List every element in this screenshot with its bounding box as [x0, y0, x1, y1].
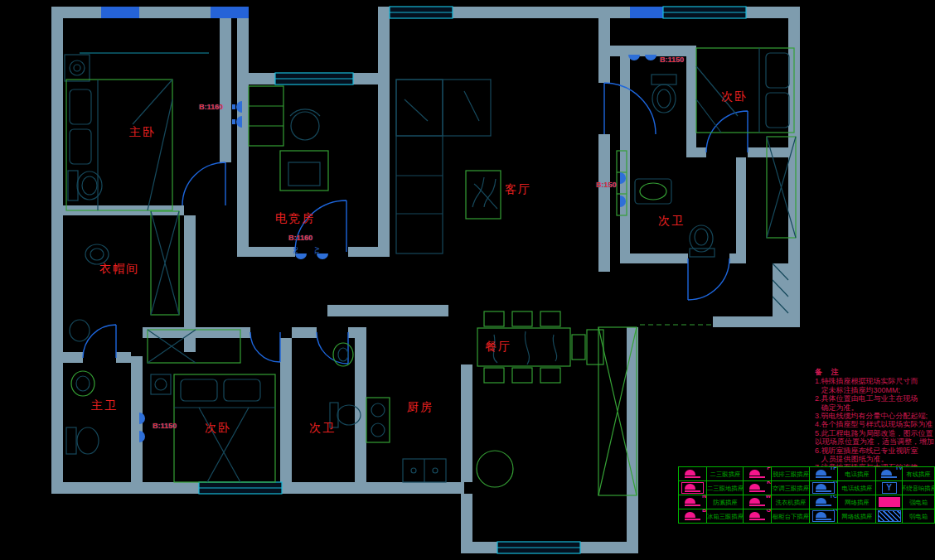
legend-label: 空调三眼插座 — [772, 484, 808, 492]
legend-label: 网络插座 — [845, 498, 869, 506]
washer-socket-icon: W — [749, 498, 765, 506]
note-line: 定未标注插座均300MM; — [815, 386, 935, 394]
phone-line-socket-icon: TP — [812, 482, 835, 494]
cable-tv-socket-icon: TV — [881, 470, 897, 478]
splash-proof-socket-icon: N — [685, 498, 700, 506]
gaming-room-furniture — [249, 86, 328, 191]
legend-label: 强电箱 — [909, 498, 928, 506]
surround-sound-icon: Y — [882, 482, 897, 494]
phone-socket-icon: TP — [816, 470, 831, 478]
legend-label: 弱电箱 — [909, 512, 928, 520]
under-counter-socket-icon: G — [749, 512, 765, 520]
strong-current-box-icon — [879, 497, 900, 507]
range-hood-socket-icon: P — [749, 470, 765, 478]
socket-height-annotation: B:1160 — [288, 234, 312, 242]
legend-label: 电话线插座 — [841, 484, 872, 492]
room-label-second-bath-top: 次卫 — [658, 214, 685, 229]
legend-table: 二三眼插座 P 脱排三眼插座 TP 电话插座 TV 有线插座 二三眼地插座 K … — [678, 466, 935, 524]
legend-label: 脱排三眼插座 — [772, 470, 808, 478]
note-line: 3.弱电线缆均有分量中心分配起端; — [815, 412, 935, 420]
network-socket-icon: TC — [816, 498, 831, 506]
kitchen-furniture — [366, 398, 513, 487]
room-label-second-bedroom-top: 次卧 — [721, 89, 748, 104]
room-label-kitchen: 厨房 — [407, 400, 434, 415]
socket-icon — [685, 470, 700, 478]
note-line: 确定为准。 — [815, 403, 935, 412]
room-label-gaming-room: 电竞房 — [275, 211, 315, 226]
windows — [80, 7, 746, 553]
room-label-living-room: 客厅 — [505, 182, 531, 197]
floor-socket-icon — [681, 482, 704, 494]
room-label-dining-room: 餐厅 — [485, 340, 511, 355]
legend-label: 防溅插座 — [713, 498, 737, 506]
note-line: 6.视听室插座布线已专业视听室 — [815, 447, 935, 455]
note-line: 5.此工程电路为局部改造，图示位置 — [815, 429, 935, 437]
note-line: 以现场原位置为准，适当调整，增加。 — [815, 437, 935, 446]
ac-socket-icon: K — [749, 484, 765, 492]
room-label-master-bath: 主卫 — [91, 398, 118, 413]
legend-label: 有线插座 — [906, 470, 930, 478]
room-label-second-bedroom-bottom: 次卧 — [205, 421, 231, 436]
legend-label: 洗衣机插座 — [775, 498, 806, 506]
legend-label: 二三眼地插座 — [707, 484, 744, 492]
room-label-second-bath-bottom: 次卫 — [309, 421, 336, 436]
blue-wall-segment — [630, 7, 663, 18]
socket-height-annotation: B:1150 — [660, 56, 684, 64]
master-bedroom-furniture — [65, 55, 172, 210]
legend-label: 冰箱三眼插座 — [707, 512, 744, 520]
living-room-furniture — [396, 80, 501, 253]
socket-height-annotation: B:1150 — [153, 422, 177, 430]
note-line: 4.各个插座型号样式以现场实际为准 — [815, 420, 935, 428]
room-label-cloakroom: 衣帽间 — [99, 262, 139, 277]
room-label-master-bedroom: 主卧 — [129, 125, 156, 140]
legend-label: 橱柜台下插座 — [772, 512, 808, 520]
socket-height-annotation: B:1160 — [199, 103, 223, 111]
fridge-socket-icon: B — [685, 512, 700, 520]
note-line: 2.具体位置由电工与业主在现场 — [815, 394, 935, 403]
legend-label: 环绕音响插座 — [903, 484, 934, 492]
weak-current-box-icon — [878, 510, 901, 522]
note-line: 人员提供图纸为准。 — [815, 455, 935, 463]
socket-type-tag: TV — [314, 247, 320, 254]
notes-block: 备 注 1.特殊插座根据现场实际尺寸而 定未标注插座均300MM; 2.具体位置… — [815, 368, 935, 472]
legend-label: 电话插座 — [845, 470, 869, 478]
door-arcs — [83, 83, 748, 364]
network-line-socket-icon: TC — [812, 510, 835, 522]
legend-label: 网络线插座 — [841, 512, 872, 520]
floorplan-canvas[interactable]: 主卧 衣帽间 主卫 次卧 次卫 厨房 餐厅 电竞房 客厅 次卫 次卧 B:116… — [0, 0, 935, 560]
socket-type-tag: TC — [293, 247, 298, 254]
legend-label: 二三眼插座 — [710, 470, 740, 478]
note-line: 1.特殊插座根据现场实际尺寸而 — [815, 377, 935, 385]
socket-height-annotation: B:150 — [596, 181, 617, 189]
notes-title: 备 注 — [815, 368, 935, 376]
